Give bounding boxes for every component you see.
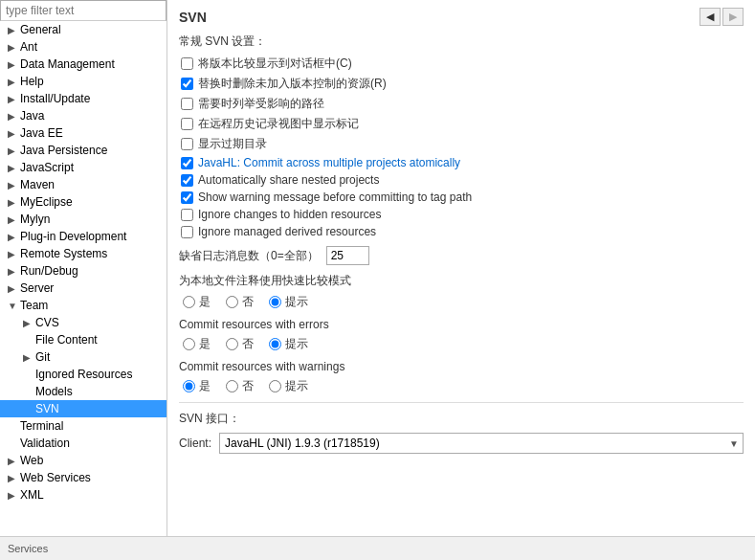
checkbox-cb1[interactable] bbox=[181, 57, 193, 70]
sidebar-item-server[interactable]: ▶Server bbox=[0, 280, 167, 297]
sidebar-item-ignored-resources[interactable]: Ignored Resources bbox=[0, 366, 167, 383]
sidebar-item-label: Remote Systems bbox=[20, 247, 107, 260]
sidebar-item-validation[interactable]: Validation bbox=[0, 435, 167, 452]
sidebar-item-plugin-development[interactable]: ▶Plug-in Development bbox=[0, 228, 167, 245]
checkbox-label-cb4[interactable]: 在远程历史记录视图中显示标记 bbox=[198, 116, 359, 132]
sidebar-item-svn[interactable]: SVN bbox=[0, 400, 167, 417]
checkbox-cb5[interactable] bbox=[181, 138, 193, 150]
radio-option-rs1_hint: 提示 bbox=[269, 294, 308, 310]
radio-label-rs2_hint[interactable]: 提示 bbox=[285, 336, 308, 352]
client-row: Client: JavaHL (JNI) 1.9.3 (r1718519) ▼ bbox=[179, 433, 744, 454]
sidebar-item-java[interactable]: ▶Java bbox=[0, 107, 167, 124]
checkbox-cb8[interactable] bbox=[181, 191, 193, 204]
radio-option-rs2_yes: 是 bbox=[183, 336, 211, 352]
sidebar-item-label: Run/Debug bbox=[20, 264, 78, 278]
arrow-icon: ▶ bbox=[8, 232, 17, 242]
sidebar-item-general[interactable]: ▶General bbox=[0, 21, 167, 38]
radio-section-label: 为本地文件注释使用快速比较模式 bbox=[179, 273, 744, 289]
tree-container: ▶General▶Ant▶Data Management▶Help▶Instal… bbox=[0, 21, 167, 536]
forward-button[interactable]: ▶ bbox=[722, 8, 744, 26]
checkbox-row-cb8: Show warning message before committing t… bbox=[179, 190, 744, 204]
arrow-icon: ▶ bbox=[23, 318, 33, 328]
radio-rs1_yes[interactable] bbox=[183, 296, 195, 308]
sidebar-item-java-persistence[interactable]: ▶Java Persistence bbox=[0, 142, 167, 159]
sidebar-item-remote-systems[interactable]: ▶Remote Systems bbox=[0, 245, 167, 262]
divider bbox=[179, 402, 744, 403]
checkbox-cb4[interactable] bbox=[181, 118, 193, 130]
sidebar-item-myeclipse[interactable]: ▶MyEclipse bbox=[0, 193, 167, 211]
sidebar-item-mylyn[interactable]: ▶Mylyn bbox=[0, 211, 167, 228]
bottom-bar: Services bbox=[0, 536, 755, 560]
radio-label-rs1_yes[interactable]: 是 bbox=[199, 294, 211, 310]
checkbox-cb7[interactable] bbox=[181, 174, 193, 187]
sidebar-item-file-content[interactable]: File Content bbox=[0, 331, 167, 348]
sidebar-item-maven[interactable]: ▶Maven bbox=[0, 176, 167, 193]
radio-label-rs1_hint[interactable]: 提示 bbox=[285, 294, 308, 310]
radio-section-radio_section3: Commit resources with warnings是否提示 bbox=[179, 360, 744, 394]
sidebar-item-java-ee[interactable]: ▶Java EE bbox=[0, 124, 167, 142]
checkbox-row-cb4: 在远程历史记录视图中显示标记 bbox=[179, 116, 744, 132]
radio-row: 是否提示 bbox=[179, 336, 744, 352]
checkbox-cb10[interactable] bbox=[181, 226, 193, 238]
checkbox-cb3[interactable] bbox=[181, 98, 193, 110]
sidebar-item-label: Ignored Resources bbox=[35, 368, 132, 381]
checkbox-label-cb10[interactable]: Ignore managed derived resources bbox=[198, 225, 376, 238]
radio-label-rs2_yes[interactable]: 是 bbox=[199, 336, 211, 352]
sidebar-item-cvs[interactable]: ▶CVS bbox=[0, 314, 167, 331]
content-area: SVN ◀ ▶ 常规 SVN 设置： 将版本比较显示到对话框中(C)替换时删除未… bbox=[167, 0, 755, 536]
checkbox-label-cb9[interactable]: Ignore changes to hidden resources bbox=[198, 208, 381, 221]
sidebar-item-run-debug[interactable]: ▶Run/Debug bbox=[0, 262, 167, 280]
arrow-icon: ▶ bbox=[8, 128, 17, 139]
radio-rs1_hint[interactable] bbox=[269, 296, 281, 308]
radio-label-rs3_no[interactable]: 否 bbox=[242, 378, 254, 394]
filter-input[interactable] bbox=[0, 0, 167, 21]
sidebar-item-team[interactable]: ▼Team bbox=[0, 297, 167, 314]
radio-rs3_no[interactable] bbox=[226, 380, 238, 392]
checkbox-cb2[interactable] bbox=[181, 78, 193, 90]
checkbox-row-cb1: 将版本比较显示到对话框中(C) bbox=[179, 56, 744, 72]
radio-rs3_hint[interactable] bbox=[269, 380, 281, 392]
sidebar-item-xml[interactable]: ▶XML bbox=[0, 486, 167, 504]
sidebar-item-ant[interactable]: ▶Ant bbox=[0, 38, 167, 56]
checkbox-cb9[interactable] bbox=[181, 209, 193, 221]
checkbox-cb6[interactable] bbox=[181, 157, 193, 169]
radio-option-rs3_yes: 是 bbox=[183, 378, 211, 394]
radio-rs2_hint[interactable] bbox=[269, 338, 281, 350]
back-button[interactable]: ◀ bbox=[699, 8, 721, 26]
log-count-input[interactable] bbox=[326, 246, 369, 265]
radio-label-rs2_no[interactable]: 否 bbox=[242, 336, 254, 352]
radio-label-rs1_no[interactable]: 否 bbox=[242, 294, 254, 310]
log-count-label: 缺省日志消息数（0=全部） bbox=[179, 248, 319, 264]
sidebar-item-git[interactable]: ▶Git bbox=[0, 348, 167, 366]
sidebar-item-web[interactable]: ▶Web bbox=[0, 452, 167, 469]
sidebar-item-install-update[interactable]: ▶Install/Update bbox=[0, 90, 167, 107]
radio-rs2_no[interactable] bbox=[226, 338, 238, 350]
arrow-icon: ▶ bbox=[8, 473, 17, 483]
radio-label-rs3_yes[interactable]: 是 bbox=[199, 378, 211, 394]
checkbox-label-cb3[interactable]: 需要时列举受影响的路径 bbox=[198, 96, 324, 112]
radio-section-radio_section2: Commit resources with errors是否提示 bbox=[179, 318, 744, 352]
radio-rs1_no[interactable] bbox=[226, 296, 238, 308]
sidebar-item-label: Models bbox=[35, 385, 73, 398]
radio-label-rs3_hint[interactable]: 提示 bbox=[285, 378, 308, 394]
checkbox-row-cb7: Automatically share nested projects bbox=[179, 173, 744, 187]
checkbox-label-cb5[interactable]: 显示过期目录 bbox=[198, 136, 267, 152]
checkbox-label-cb8[interactable]: Show warning message before committing t… bbox=[198, 190, 472, 204]
radio-rs3_yes[interactable] bbox=[183, 380, 195, 392]
sidebar-item-terminal[interactable]: Terminal bbox=[0, 417, 167, 435]
page-title: SVN bbox=[179, 10, 207, 25]
sidebar-item-web-services[interactable]: ▶Web Services bbox=[0, 469, 167, 486]
checkbox-label-cb7[interactable]: Automatically share nested projects bbox=[198, 173, 379, 187]
sidebar-item-label: Web Services bbox=[20, 471, 91, 484]
sidebar-item-models[interactable]: Models bbox=[0, 383, 167, 400]
checkbox-label-cb6[interactable]: JavaHL: Commit across multiple projects … bbox=[198, 156, 460, 169]
sidebar-item-data-management[interactable]: ▶Data Management bbox=[0, 56, 167, 73]
checkbox-label-cb1[interactable]: 将版本比较显示到对话框中(C) bbox=[198, 56, 352, 72]
client-select-wrapper: JavaHL (JNI) 1.9.3 (r1718519) ▼ bbox=[219, 433, 744, 454]
radio-option-rs3_hint: 提示 bbox=[269, 378, 308, 394]
radio-rs2_yes[interactable] bbox=[183, 338, 195, 350]
sidebar-item-javascript[interactable]: ▶JavaScript bbox=[0, 159, 167, 176]
client-select[interactable]: JavaHL (JNI) 1.9.3 (r1718519) bbox=[219, 433, 744, 454]
sidebar-item-help[interactable]: ▶Help bbox=[0, 73, 167, 90]
checkbox-label-cb2[interactable]: 替换时删除未加入版本控制的资源(R) bbox=[198, 76, 387, 92]
